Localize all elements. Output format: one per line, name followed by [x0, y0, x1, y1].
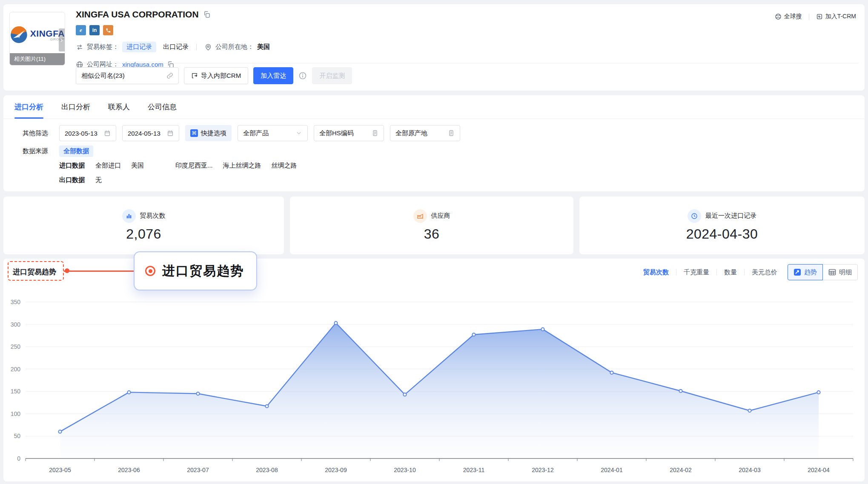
divider	[809, 14, 809, 20]
clock-icon	[688, 209, 701, 223]
import-record-tag[interactable]: 进口记录	[122, 42, 156, 52]
detail-view-button[interactable]: 明细	[822, 264, 858, 280]
page: XINGFA GROUP 相关图片(11) › XINGFA USA CORPO…	[0, 0, 868, 484]
tab-company-info[interactable]: 公司信息	[148, 95, 177, 119]
chart-controls: 贸易次数 千克重量 数量 美元总价 趋势	[643, 264, 858, 281]
calendar-icon	[167, 130, 174, 137]
import-crm-button[interactable]: 导入内部CRM	[184, 67, 248, 84]
social-links: e in	[76, 25, 270, 35]
svg-text:2023-08: 2023-08	[256, 467, 278, 473]
company-header-card: XINGFA GROUP 相关图片(11) › XINGFA USA CORPO…	[3, 4, 865, 91]
linkedin-icon[interactable]: in	[89, 25, 100, 35]
join-tcrm-button[interactable]: 加入T-CRM	[816, 13, 856, 20]
svg-text:350: 350	[11, 299, 21, 305]
import-data-row: 进口数据 全部进口 美国 印度尼西亚... 海上丝绸之路 丝绸之路	[23, 162, 297, 170]
chevron-down-icon	[295, 130, 302, 137]
view-toggle-group: 趋势 明细	[788, 264, 858, 280]
annotation-callout: 进口贸易趋势	[134, 251, 257, 290]
trend-view-button[interactable]: 趋势	[788, 264, 823, 280]
global-search-icon	[775, 13, 782, 20]
all-data-chip[interactable]: 全部数据	[59, 145, 93, 157]
svg-text:250: 250	[11, 343, 21, 350]
join-radar-button[interactable]: 加入雷达	[253, 67, 293, 84]
import-data-item: 美国	[131, 162, 144, 170]
quick-options-button[interactable]: ⌘ 快捷选项	[185, 125, 232, 141]
tab-import-analysis[interactable]: 进口分析	[14, 95, 43, 119]
svg-text:2024-04: 2024-04	[808, 467, 830, 473]
metric-quantity[interactable]: 数量	[724, 268, 737, 276]
analysis-card: 进口分析 出口分析 联系人 公司信息 其他筛选 2023-05-13 2024-…	[3, 95, 865, 191]
export-record-tag[interactable]: 出口记录	[163, 43, 189, 51]
trend-chart-svg[interactable]: 0501001502002503003502023-052023-062023-…	[3, 285, 865, 481]
stat-label: 贸易次数	[140, 212, 166, 220]
info-icon[interactable]	[298, 71, 307, 80]
hs-code-value: 全部HS编码	[319, 129, 354, 137]
company-name: XINGFA USA CORPORATION	[76, 9, 199, 20]
document-icon	[372, 130, 378, 137]
svg-text:50: 50	[14, 433, 20, 439]
svg-text:2023-07: 2023-07	[187, 467, 209, 473]
tab-contacts[interactable]: 联系人	[108, 95, 130, 119]
similar-companies-field[interactable]: 相似公司名(23)	[76, 67, 179, 84]
metric-kg-weight[interactable]: 千克重量	[684, 268, 709, 276]
metric-usd-total[interactable]: 美元总价	[752, 268, 777, 276]
chevron-right-icon[interactable]: ›	[59, 28, 65, 51]
stat-card-trade-count: 贸易次数 2,076	[3, 196, 284, 254]
quick-options-label: 快捷选项	[201, 129, 226, 137]
annotation-target-icon	[145, 266, 155, 276]
join-radar-label: 加入雷达	[261, 72, 286, 80]
table-icon	[828, 268, 836, 276]
date-from-picker[interactable]: 2023-05-13	[59, 125, 116, 141]
location-pin-icon	[204, 43, 212, 51]
hs-code-select[interactable]: 全部HS编码	[314, 125, 384, 141]
import-data-item: 丝绸之路	[272, 162, 297, 170]
other-filters-label: 其他筛选	[23, 129, 48, 137]
stat-value: 36	[424, 226, 440, 242]
stat-label: 供应商	[431, 212, 450, 220]
import-crm-label: 导入内部CRM	[201, 72, 241, 80]
header-right-actions: 全球搜 加入T-CRM	[775, 13, 856, 20]
phone-icon[interactable]	[103, 25, 113, 35]
svg-text:200: 200	[11, 366, 21, 373]
related-images-badge[interactable]: 相关图片(11)	[10, 53, 65, 65]
global-search-label: 全球搜	[784, 13, 802, 20]
divider	[196, 44, 197, 50]
trend-view-label: 趋势	[804, 268, 817, 276]
date-to-value: 2024-05-13	[128, 130, 160, 137]
divider	[676, 269, 676, 275]
svg-text:2024-03: 2024-03	[739, 467, 761, 473]
monitor-label: 开启监测	[319, 72, 345, 80]
copy-company-name-icon[interactable]	[203, 11, 211, 18]
monitor-button[interactable]: 开启监测	[312, 67, 352, 84]
document-icon	[448, 130, 455, 137]
import-data-item: 印度尼西亚...	[175, 162, 213, 170]
svg-text:2023-05: 2023-05	[49, 467, 71, 473]
origin-value: 全部原产地	[395, 129, 427, 137]
global-search-button[interactable]: 全球搜	[775, 13, 802, 20]
annotation-text: 进口贸易趋势	[162, 262, 244, 280]
xingfa-logo-mark	[10, 24, 28, 46]
location-value: 美国	[257, 43, 270, 51]
date-to-picker[interactable]: 2024-05-13	[122, 125, 179, 141]
bar-chart-icon	[122, 209, 136, 223]
detail-view-label: 明细	[839, 268, 852, 276]
import-data-item: 海上丝绸之路	[223, 162, 261, 170]
stat-value: 2024-04-30	[686, 226, 758, 242]
data-source-label: 数据来源	[23, 147, 59, 155]
calendar-icon	[104, 130, 111, 137]
divider	[716, 269, 717, 275]
svg-text:100: 100	[11, 410, 21, 417]
svg-text:2024-02: 2024-02	[670, 467, 692, 473]
divider	[744, 269, 745, 275]
products-select[interactable]: 全部产品	[238, 125, 308, 141]
factory-icon	[413, 209, 427, 223]
header-divider	[76, 63, 859, 63]
tab-export-analysis[interactable]: 出口分析	[61, 95, 90, 119]
metric-trade-count[interactable]: 贸易次数	[643, 268, 669, 276]
website-icon[interactable]: e	[76, 25, 86, 35]
link-icon	[166, 72, 173, 79]
origin-select[interactable]: 全部原产地	[390, 125, 460, 141]
date-from-value: 2023-05-13	[65, 130, 97, 137]
svg-text:2023-10: 2023-10	[394, 467, 416, 473]
command-icon: ⌘	[190, 129, 198, 137]
